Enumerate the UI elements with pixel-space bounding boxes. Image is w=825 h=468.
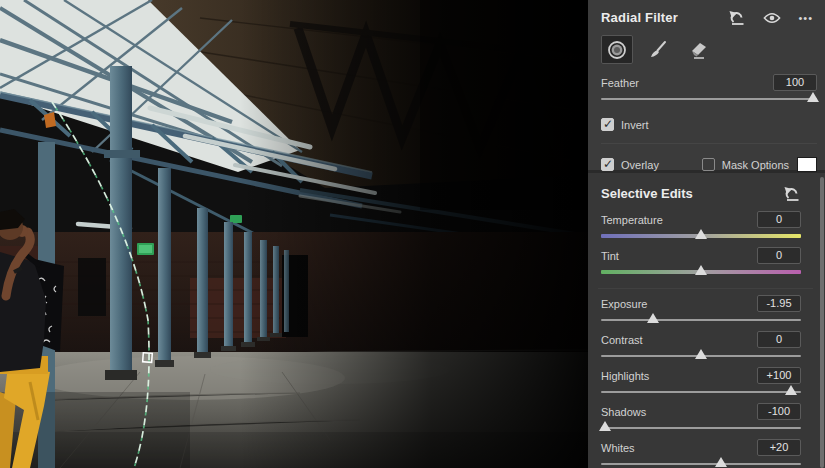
shadow-topright [420,0,588,210]
invert-label: Invert [621,119,649,131]
panel-scrollbar[interactable] [820,177,824,468]
slider-row-highlights: Highlights +100 [601,367,801,397]
radial-gradient-tool[interactable] [601,35,633,64]
feather-slider-handle[interactable] [807,92,819,102]
feather-value[interactable]: 100 [773,74,817,91]
slider-value[interactable]: 0 [757,211,801,228]
divider [601,283,801,295]
overlay-row: Overlay Mask Options [601,157,817,172]
slider-handle[interactable] [599,421,611,431]
shadows-slider[interactable] [601,423,801,433]
slider-label: Tint [601,250,757,262]
slider-label: Shadows [601,406,757,418]
slider-handle[interactable] [647,313,659,323]
app-window: Radial Filter ••• [0,0,825,468]
dark-doorway [78,258,106,316]
slider-handle[interactable] [785,385,797,395]
panel-title: Radial Filter [601,10,728,25]
slider-label: Whites [601,442,757,454]
exposure-slider[interactable] [601,315,801,325]
reset-icon[interactable] [728,10,746,25]
overlay-checkbox[interactable] [601,158,614,171]
slider-value[interactable]: -100 [757,403,801,420]
eraser-tool[interactable] [683,35,715,64]
mask-options-checkbox[interactable] [702,158,715,171]
reset-icon[interactable] [783,186,801,201]
brush-tool[interactable] [642,35,674,64]
slider-row-shadows: Shadows -100 [601,403,801,433]
slider-value[interactable]: 0 [757,331,801,348]
slider-row-tint: Tint 0 [601,247,801,277]
slider-row-whites: Whites +20 [601,439,801,468]
slider-value[interactable]: +20 [757,439,801,456]
selective-edits-section: Selective Edits Temperature 0 [588,186,825,468]
divider [601,143,817,144]
temperature-slider[interactable] [601,231,801,241]
more-options-icon[interactable]: ••• [798,13,813,23]
radial-filter-panel: Radial Filter ••• [588,0,825,468]
whites-slider[interactable] [601,459,801,468]
selective-edits-title: Selective Edits [601,186,783,201]
overlay-label: Overlay [621,159,659,171]
slider-value[interactable]: +100 [757,367,801,384]
feather-slider[interactable] [601,94,817,104]
slider-label: Highlights [601,370,757,382]
contrast-slider[interactable] [601,351,801,361]
slider-label: Temperature [601,214,757,226]
tint-slider[interactable] [601,267,801,277]
warehouse-photo [0,0,588,468]
tool-row [601,35,817,64]
slider-label: Exposure [601,298,757,310]
invert-row: Invert [601,118,817,131]
eye-icon[interactable] [763,12,781,24]
slider-row-contrast: Contrast 0 [601,331,801,361]
feather-row: Feather 100 [601,74,817,91]
slider-handle[interactable] [695,229,707,239]
feather-label: Feather [601,77,773,89]
radial-filter-section: Radial Filter ••• [588,0,825,173]
invert-checkbox[interactable] [601,118,614,131]
slider-value[interactable]: 0 [757,247,801,264]
slider-handle[interactable] [695,265,707,275]
photo-canvas[interactable] [0,0,588,468]
slider-handle[interactable] [715,457,727,467]
slider-value[interactable]: -1.95 [757,295,801,312]
slider-label: Contrast [601,334,757,346]
mask-options-label: Mask Options [722,159,789,171]
highlights-slider[interactable] [601,387,801,397]
mask-color-swatch[interactable] [797,157,817,172]
slider-row-exposure: Exposure -1.95 [601,295,801,325]
slider-handle[interactable] [695,349,707,359]
slider-row-temperature: Temperature 0 [601,211,801,241]
